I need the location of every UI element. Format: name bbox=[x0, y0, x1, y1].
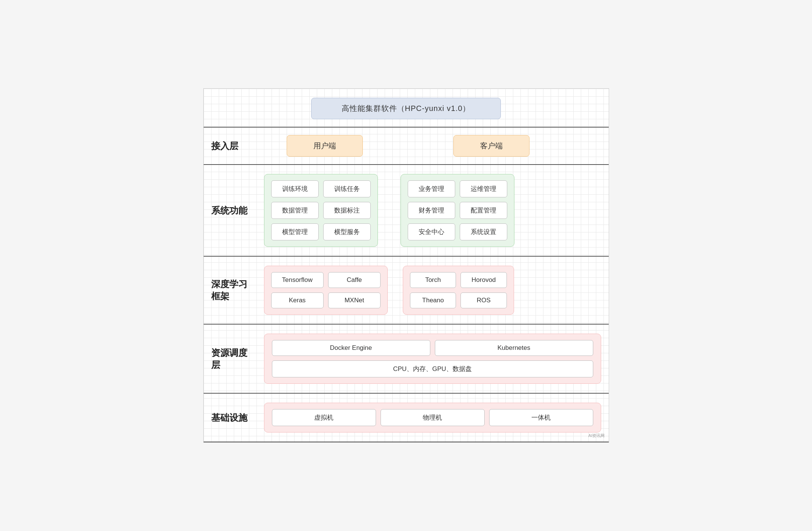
box-torch: Torch bbox=[410, 272, 456, 288]
diagram-container: 高性能集群软件（HPC-yunxi v1.0） 接入层 用户端 客户端 系统功能… bbox=[203, 88, 609, 443]
box-kubernetes: Kubernetes bbox=[435, 340, 593, 356]
ziyuan-group: Docker Engine Kubernetes CPU、内存、GPU、数据盘 bbox=[264, 334, 601, 384]
box-caiwu-guanli: 财务管理 bbox=[408, 202, 455, 219]
yonghu-box: 用户端 bbox=[287, 135, 363, 157]
section-xitong: 系统功能 训练环境 训练任务 数据管理 数据标注 横型管理 横型服务 业务管理 … bbox=[204, 164, 609, 256]
box-heng-guanli: 横型管理 bbox=[271, 223, 319, 240]
box-keras: Keras bbox=[271, 292, 324, 308]
jichu-group: 虚拟机 物理机 一体机 bbox=[264, 403, 601, 432]
section-jichu: 基础设施 虚拟机 物理机 一体机 bbox=[204, 393, 609, 442]
box-ros: ROS bbox=[460, 292, 507, 308]
box-tensorflow: Tensorflow bbox=[271, 272, 324, 288]
xitong-right-group: 业务管理 运维管理 财务管理 配置管理 安全中心 系统设置 bbox=[401, 174, 514, 247]
xitong-content: 训练环境 训练任务 数据管理 数据标注 横型管理 横型服务 业务管理 运维管理 … bbox=[256, 165, 609, 256]
box-peizhi-guanli: 配置管理 bbox=[460, 202, 507, 219]
section-ziyuan: 资源调度层 Docker Engine Kubernetes CPU、内存、GP… bbox=[204, 324, 609, 393]
label-shendu: 深度学习框架 bbox=[204, 257, 256, 324]
shendu-content: Tensorflow Caffe Keras MXNet Torch Horov… bbox=[256, 257, 609, 324]
box-xunlian-renwu: 训练任务 bbox=[323, 180, 371, 197]
box-yitiji: 一体机 bbox=[489, 409, 593, 426]
kehu-box: 客户端 bbox=[453, 135, 530, 157]
box-yewu-guanli: 业务管理 bbox=[408, 180, 455, 197]
top-header: 高性能集群软件（HPC-yunxi v1.0） bbox=[204, 89, 609, 127]
label-xitong: 系统功能 bbox=[204, 165, 256, 256]
box-wuliji: 物理机 bbox=[381, 409, 485, 426]
box-xunlian-huanjing: 训练环境 bbox=[271, 180, 319, 197]
box-mxnet: MXNet bbox=[328, 292, 381, 308]
box-caffe: Caffe bbox=[328, 272, 381, 288]
shendu-left-group: Tensorflow Caffe Keras MXNet bbox=[264, 266, 388, 315]
jieruceng-content: 用户端 客户端 bbox=[256, 128, 609, 164]
box-heng-fuwu: 横型服务 bbox=[323, 223, 371, 240]
jichu-content: 虚拟机 物理机 一体机 bbox=[256, 394, 609, 442]
box-shuju-guanli: 数据管理 bbox=[271, 202, 319, 219]
shendu-right-group: Torch Horovod Theano ROS bbox=[403, 266, 514, 315]
box-xitong-shezhi: 系统设置 bbox=[460, 223, 507, 240]
section-shendu: 深度学习框架 Tensorflow Caffe Keras MXNet Torc… bbox=[204, 256, 609, 324]
box-shuju-biaozhù: 数据标注 bbox=[323, 202, 371, 219]
label-ziyuan: 资源调度层 bbox=[204, 325, 256, 393]
xitong-left-group: 训练环境 训练任务 数据管理 数据标注 横型管理 横型服务 bbox=[264, 174, 378, 247]
docker-kubernetes-row: Docker Engine Kubernetes bbox=[272, 340, 593, 356]
label-jieruceng: 接入层 bbox=[204, 128, 256, 164]
box-yunwei-guanli: 运维管理 bbox=[460, 180, 507, 197]
box-cpu: CPU、内存、GPU、数据盘 bbox=[272, 360, 593, 377]
cpu-row: CPU、内存、GPU、数据盘 bbox=[272, 360, 593, 377]
section-jieruceng: 接入层 用户端 客户端 bbox=[204, 127, 609, 164]
box-docker: Docker Engine bbox=[272, 340, 430, 356]
hpc-title: 高性能集群软件（HPC-yunxi v1.0） bbox=[311, 98, 501, 119]
watermark: AI资讯网 bbox=[588, 433, 605, 439]
box-anquan-zhongxin: 安全中心 bbox=[408, 223, 455, 240]
box-xuniji: 虚拟机 bbox=[272, 409, 376, 426]
box-horovod: Horovod bbox=[460, 272, 507, 288]
ziyuan-content: Docker Engine Kubernetes CPU、内存、GPU、数据盘 bbox=[256, 325, 609, 393]
label-jichu: 基础设施 bbox=[204, 394, 256, 442]
box-theano: Theano bbox=[410, 292, 456, 308]
